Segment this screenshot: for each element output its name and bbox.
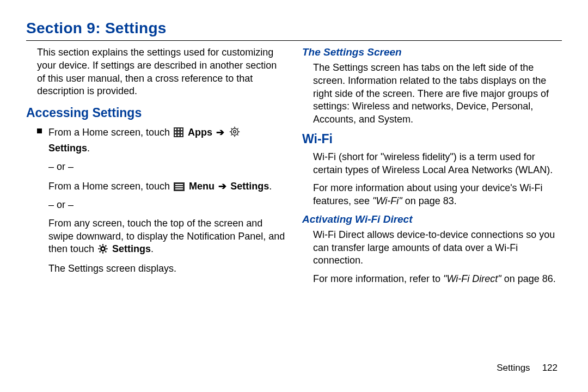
wifi-text-2: For more information about using your de…: [302, 182, 562, 208]
or-text: – or –: [48, 199, 286, 212]
wifi-direct-text-2: For more information, refer to "Wi-Fi Di…: [302, 273, 562, 286]
text: .: [87, 143, 90, 154]
xref: "Wi-Fi Direct": [443, 273, 501, 284]
svg-point-11: [234, 131, 236, 133]
apps-grid-icon: [174, 127, 183, 137]
footer-label: Settings: [497, 363, 530, 373]
intro-text: This section explains the settings used …: [26, 46, 286, 98]
text: From a Home screen, touch: [48, 127, 173, 138]
svg-rect-6: [181, 132, 182, 133]
text: on page 86.: [501, 273, 556, 284]
heading-accessing-settings: Accessing Settings: [26, 106, 286, 120]
or-text: – or –: [48, 161, 286, 174]
svg-rect-1: [175, 128, 176, 130]
svg-line-33: [105, 246, 106, 247]
svg-line-19: [237, 128, 238, 129]
svg-rect-23: [175, 188, 183, 189]
right-column: The Settings Screen The Settings screen …: [302, 46, 562, 291]
arrow-icon: ➔: [215, 127, 225, 138]
svg-rect-21: [175, 184, 183, 185]
step-line-1: From a Home screen, touch: [48, 125, 286, 156]
menu-icon: [174, 182, 185, 191]
svg-rect-3: [181, 128, 182, 130]
arrow-icon: ➔: [217, 181, 228, 192]
svg-rect-22: [175, 186, 183, 187]
svg-point-10: [231, 128, 238, 135]
step-line-2: From a Home screen, touch Menu ➔ Settin: [48, 179, 286, 194]
svg-rect-2: [178, 128, 180, 130]
text: on page 83.: [402, 195, 457, 206]
svg-rect-9: [181, 134, 182, 136]
heading-settings-screen: The Settings Screen: [302, 46, 562, 58]
wifi-text-1: Wi-Fi (short for "wireless fidelity") is…: [302, 151, 562, 177]
page-footer: Settings122: [497, 363, 558, 373]
text: For more information, refer to: [313, 273, 443, 284]
square-bullet-icon: [37, 128, 42, 133]
result-text: The Settings screen displays.: [48, 262, 286, 275]
settings-screen-text: The Settings screen has tabs on the left…: [302, 62, 562, 126]
heading-wifi: Wi-Fi: [302, 132, 562, 146]
xref: "Wi-Fi": [372, 195, 402, 206]
svg-point-25: [102, 248, 104, 250]
page-number: 122: [542, 363, 558, 373]
step-line-3: From any screen, touch the top of the sc…: [48, 217, 286, 256]
svg-line-18: [231, 134, 232, 136]
settings-label: Settings: [48, 143, 87, 154]
svg-line-16: [231, 128, 232, 129]
divider: [26, 40, 562, 41]
wifi-direct-text-1: Wi-Fi Direct allows device-to-device con…: [302, 229, 562, 267]
left-column: This section explains the settings used …: [26, 46, 286, 291]
svg-line-30: [100, 246, 101, 247]
svg-line-17: [237, 134, 238, 136]
svg-line-32: [100, 252, 101, 253]
settings-gear-solid-icon: [98, 244, 108, 254]
menu-label: Menu: [189, 181, 215, 192]
text: .: [269, 181, 272, 192]
settings-gear-outline-icon: [229, 126, 240, 137]
svg-rect-5: [178, 132, 180, 133]
settings-label: Settings: [230, 181, 269, 192]
svg-rect-7: [175, 134, 176, 136]
svg-rect-8: [178, 134, 180, 136]
svg-rect-4: [175, 132, 176, 133]
apps-label: Apps: [188, 127, 212, 138]
text: .: [151, 243, 154, 254]
svg-line-31: [105, 252, 106, 253]
page-title: Section 9: Settings: [26, 20, 562, 37]
heading-wifi-direct: Activating Wi-Fi Direct: [302, 213, 562, 225]
text: From a Home screen, touch: [48, 181, 173, 192]
settings-label: Settings: [112, 243, 151, 254]
text: From any screen, touch the top of the sc…: [48, 218, 285, 255]
